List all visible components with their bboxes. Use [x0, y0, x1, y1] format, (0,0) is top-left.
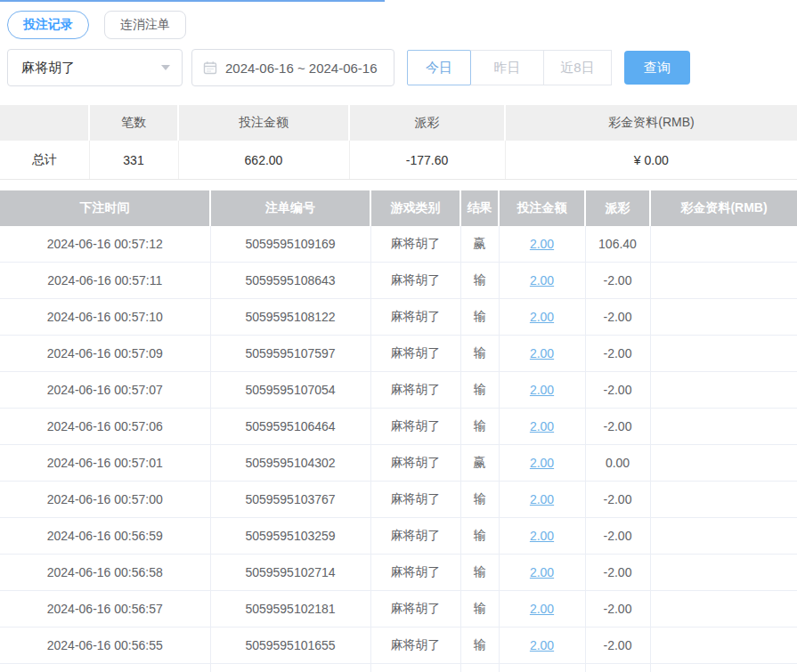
cell-bet-time: 2024-06-16 00:57:11 — [0, 263, 210, 299]
table-row: 2024-06-16 00:56:57 5059595102181 麻将胡了 输… — [0, 591, 797, 627]
bet-amount-link[interactable]: 2.00 — [530, 456, 554, 470]
bet-amount-link[interactable]: 2.00 — [530, 383, 554, 397]
cell-order-id: 5059595108122 — [210, 299, 370, 336]
cell-result: 赢 — [460, 664, 499, 672]
cell-payout: -2.00 — [585, 591, 650, 627]
table-row: 2024-06-16 00:57:06 5059595106464 麻将胡了 输… — [0, 409, 797, 445]
summary-header-cell: 彩金资料(RMB) — [505, 105, 797, 141]
cell-jackpot — [650, 482, 797, 518]
cell-game: 麻将胡了 — [370, 482, 460, 518]
summary-header-cell: 派彩 — [349, 105, 505, 141]
bet-amount-link[interactable]: 2.00 — [530, 273, 554, 287]
cell-amount: 2.00 — [499, 299, 585, 336]
cell-payout: -2.00 — [585, 518, 650, 555]
bet-amount-link[interactable]: 2.00 — [530, 602, 554, 616]
cell-payout: -2.00 — [585, 482, 650, 518]
cell-amount: 2.00 — [499, 591, 585, 627]
quick-button-yesterday[interactable]: 昨日 — [470, 50, 544, 85]
cell-payout: -2.00 — [585, 263, 650, 299]
summary-bet-amount: 662.00 — [178, 141, 349, 180]
cell-order-id: 5059595106464 — [210, 409, 370, 445]
cell-order-id: 5059595098472 — [210, 664, 370, 672]
summary-header-cell — [0, 105, 89, 141]
cell-jackpot — [650, 226, 797, 263]
cell-amount: 2.00 — [499, 555, 585, 591]
cell-jackpot — [650, 372, 797, 409]
summary-count: 331 — [89, 141, 178, 180]
cell-bet-time: 2024-06-16 00:57:01 — [0, 445, 210, 482]
cell-bet-time: 2024-06-16 00:57:12 — [0, 226, 210, 263]
cell-result: 输 — [460, 627, 499, 664]
cell-game: 麻将胡了 — [370, 299, 460, 336]
tab-cancelled-bets[interactable]: 连消注单 — [104, 11, 186, 39]
table-row: 2024-06-16 00:56:59 5059595103259 麻将胡了 输… — [0, 518, 797, 555]
cell-result: 输 — [460, 409, 499, 445]
cell-bet-time: 2024-06-16 00:57:06 — [0, 409, 210, 445]
cell-result: 输 — [460, 263, 499, 299]
chevron-down-icon — [161, 65, 170, 70]
cell-bet-time: 2024-06-16 00:57:09 — [0, 336, 210, 372]
summary-total-row: 总计 331 662.00 -177.60 ¥ 0.00 — [0, 141, 797, 180]
summary-total-label: 总计 — [0, 141, 89, 180]
date-range-value: 2024-06-16 ~ 2024-06-16 — [225, 61, 378, 76]
bet-amount-link[interactable]: 2.00 — [530, 565, 554, 579]
bet-amount-link[interactable]: 2.00 — [530, 492, 554, 506]
quick-button-last-8-days[interactable]: 近8日 — [543, 50, 612, 85]
summary-payout: -177.60 — [349, 141, 505, 180]
cell-order-id: 5059595103767 — [210, 482, 370, 518]
cell-order-id: 5059595104302 — [210, 445, 370, 482]
cell-game: 麻将胡了 — [370, 555, 460, 591]
cell-jackpot — [650, 409, 797, 445]
filter-bar: 麻将胡了 2024-06-16 ~ 2024-06-16 今日 昨日 近8日 查… — [7, 49, 797, 86]
cell-result: 输 — [460, 518, 499, 555]
bet-amount-link[interactable]: 2.00 — [530, 310, 554, 324]
cell-payout: -2.00 — [585, 627, 650, 664]
bet-amount-link[interactable]: 2.00 — [530, 237, 554, 251]
table-row: 2024-06-16 00:57:07 5059595107054 麻将胡了 输… — [0, 372, 797, 409]
table-row: 2024-06-16 00:56:48 5059595098472 麻将胡了 赢… — [0, 664, 797, 672]
table-row: 2024-06-16 00:57:10 5059595108122 麻将胡了 输… — [0, 299, 797, 336]
cell-amount: 2.00 — [499, 664, 585, 672]
cell-amount: 2.00 — [499, 627, 585, 664]
date-range-picker[interactable]: 2024-06-16 ~ 2024-06-16 — [191, 49, 394, 86]
cell-payout: 10.00 — [585, 664, 650, 672]
bet-amount-link[interactable]: 2.00 — [530, 529, 554, 543]
bet-amount-link[interactable]: 2.00 — [530, 638, 554, 652]
cell-payout: -2.00 — [585, 336, 650, 372]
records-header-cell: 派彩 — [585, 190, 650, 226]
cell-result: 赢 — [460, 445, 499, 482]
table-row: 2024-06-16 00:57:01 5059595104302 麻将胡了 赢… — [0, 445, 797, 482]
cell-order-id: 5059595107054 — [210, 372, 370, 409]
table-row: 2024-06-16 00:56:55 5059595101655 麻将胡了 输… — [0, 627, 797, 664]
cell-amount: 2.00 — [499, 226, 585, 263]
quick-button-today[interactable]: 今日 — [407, 50, 471, 85]
cell-bet-time: 2024-06-16 00:57:00 — [0, 482, 210, 518]
cell-bet-time: 2024-06-16 00:56:57 — [0, 591, 210, 627]
bet-amount-link[interactable]: 2.00 — [530, 346, 554, 360]
tab-betting-records[interactable]: 投注记录 — [7, 11, 89, 39]
cell-game: 麻将胡了 — [370, 263, 460, 299]
cell-jackpot — [650, 336, 797, 372]
cell-game: 麻将胡了 — [370, 664, 460, 672]
cell-game: 麻将胡了 — [370, 627, 460, 664]
bet-amount-link[interactable]: 2.00 — [530, 419, 554, 433]
records-body: 2024-06-16 00:57:12 5059595109169 麻将胡了 赢… — [0, 226, 797, 672]
cell-jackpot — [650, 555, 797, 591]
bet-records-table: 下注时间注单编号游戏类别结果投注金额派彩彩金资料(RMB) 2024-06-16… — [0, 190, 797, 672]
game-select[interactable]: 麻将胡了 — [7, 49, 183, 86]
records-header-row: 下注时间注单编号游戏类别结果投注金额派彩彩金资料(RMB) — [0, 190, 797, 226]
game-select-value: 麻将胡了 — [21, 60, 75, 77]
table-row: 2024-06-16 00:56:58 5059595102714 麻将胡了 输… — [0, 555, 797, 591]
cell-payout: -2.00 — [585, 555, 650, 591]
cell-amount: 2.00 — [499, 263, 585, 299]
search-button[interactable]: 查询 — [624, 51, 690, 85]
cell-bet-time: 2024-06-16 00:56:55 — [0, 627, 210, 664]
summary-table: 笔数投注金额派彩彩金资料(RMB) 总计 331 662.00 -177.60 … — [0, 105, 797, 180]
cell-jackpot — [650, 299, 797, 336]
cell-result: 输 — [460, 336, 499, 372]
cell-payout: -2.00 — [585, 409, 650, 445]
records-header-cell: 投注金额 — [499, 190, 585, 226]
cell-bet-time: 2024-06-16 00:56:59 — [0, 518, 210, 555]
records-header-cell: 注单编号 — [210, 190, 370, 226]
summary-jackpot: ¥ 0.00 — [505, 141, 797, 180]
